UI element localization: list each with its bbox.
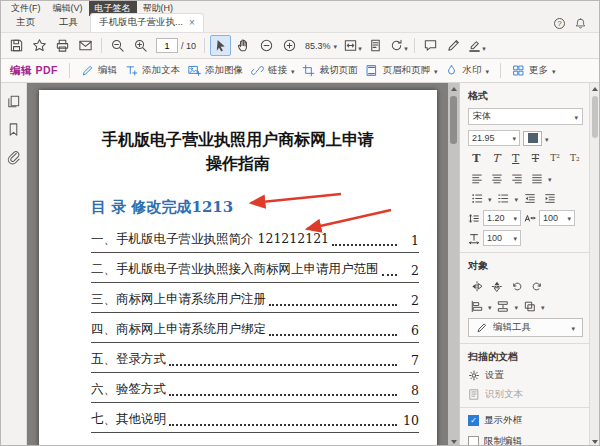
page-display-button[interactable]: [365, 35, 386, 56]
fit-width-button[interactable]: [342, 35, 363, 56]
toc-entry[interactable]: 二、手机版电子营业执照接入商标网上申请用户范围2: [91, 261, 419, 283]
toc-entry[interactable]: 三、商标网上申请系统用户注册2: [91, 291, 419, 313]
favorite-button[interactable]: [29, 35, 50, 56]
thumbnails-panel-button[interactable]: [6, 94, 21, 109]
pencil-annotation-button[interactable]: [443, 35, 464, 56]
align-objects-button[interactable]: [468, 298, 485, 314]
zoom-increase-button[interactable]: [279, 35, 300, 56]
bold-button[interactable]: [468, 150, 485, 166]
pdf-page[interactable]: 手机版电子营业执照用户商标网上申请 操作指南 目 录 修改完成1213 一、手机…: [39, 90, 437, 446]
indent-decrease-button[interactable]: [521, 190, 538, 206]
align-left-button[interactable]: [468, 170, 485, 186]
bullet-list-button[interactable]: [468, 190, 485, 206]
chevron-down-icon[interactable]: [488, 193, 492, 204]
more-button[interactable]: 更多: [512, 64, 556, 77]
line-spacing-select[interactable]: 1.20: [483, 210, 521, 226]
font-size-select[interactable]: 21.95: [468, 130, 520, 146]
underline-button[interactable]: [507, 150, 524, 166]
zoom-level-select[interactable]: 85.3%: [302, 39, 340, 53]
scroll-up-icon[interactable]: [589, 83, 599, 94]
crop-page-button[interactable]: 裁切页面: [302, 64, 357, 77]
notifications-bell-icon[interactable]: [574, 17, 587, 30]
chevron-down-icon[interactable]: [548, 173, 552, 184]
align-right-button[interactable]: [508, 170, 525, 186]
print-button[interactable]: [52, 35, 73, 56]
align-justify-button[interactable]: [528, 170, 545, 186]
watermark-icon: [445, 64, 458, 77]
tab-home[interactable]: 主页: [4, 14, 47, 32]
recognize-text-row[interactable]: 识别文本: [468, 388, 583, 401]
scrollbar-thumb[interactable]: [592, 96, 598, 138]
rotate-right-button[interactable]: [528, 278, 545, 294]
show-outline-row[interactable]: 显示外框: [468, 414, 583, 427]
strikethrough-button[interactable]: [527, 150, 544, 166]
add-image-button[interactable]: 添加图像: [188, 64, 243, 77]
toc-entry[interactable]: 五、登录方式7: [91, 351, 419, 373]
numbered-list-icon: [497, 192, 509, 205]
header-footer-button[interactable]: 页眉和页脚: [365, 64, 437, 77]
scrollbar-thumb[interactable]: [450, 96, 457, 144]
distribute-objects-button[interactable]: [495, 298, 512, 314]
help-icon[interactable]: [554, 18, 565, 29]
edit-tools-button[interactable]: 编辑工具: [468, 318, 583, 337]
scroll-down-icon[interactable]: [589, 436, 599, 446]
tab-tools[interactable]: 工具: [47, 14, 90, 32]
toc-entry[interactable]: 六、验签方式8: [91, 381, 419, 403]
flip-vertical-button[interactable]: [488, 278, 505, 294]
scroll-up-icon[interactable]: [448, 83, 459, 94]
select-tool-button[interactable]: [210, 35, 231, 56]
italic-button[interactable]: [488, 150, 505, 166]
document-scrollbar[interactable]: [448, 83, 459, 446]
watermark-button[interactable]: 水印: [445, 64, 489, 77]
document-tab[interactable]: 手机版电子营业执...: [90, 13, 204, 32]
hand-tool-button[interactable]: [233, 35, 254, 56]
scroll-down-icon[interactable]: [448, 436, 459, 446]
highlighter-button[interactable]: [466, 35, 487, 56]
chevron-down-icon: [513, 233, 517, 243]
zoom-in-tool-button[interactable]: [130, 35, 151, 56]
toc-entry[interactable]: 七、其他说明10: [91, 411, 419, 433]
text-color-swatch[interactable]: [523, 131, 542, 146]
save-button[interactable]: [6, 35, 27, 56]
zoom-out-tool-button[interactable]: [107, 35, 128, 56]
link-button[interactable]: 链接: [251, 64, 295, 77]
align-center-button[interactable]: [488, 170, 505, 186]
document-view[interactable]: 手机版电子营业执照用户商标网上申请 操作指南 目 录 修改完成1213 一、手机…: [27, 83, 459, 446]
subscript-button[interactable]: [566, 150, 583, 166]
char-spacing-select[interactable]: 100: [539, 210, 575, 226]
chevron-down-icon[interactable]: [541, 301, 545, 312]
arrange-objects-button[interactable]: [521, 298, 538, 314]
chevron-down-icon[interactable]: [515, 301, 519, 312]
horizontal-scale-select[interactable]: 100: [483, 230, 521, 246]
superscript-button[interactable]: [547, 150, 564, 166]
chevron-down-icon: [567, 213, 571, 223]
edit-button[interactable]: 编辑: [81, 64, 117, 77]
restrict-editing-row[interactable]: 限制编辑: [468, 435, 583, 446]
attachments-panel-button[interactable]: [6, 150, 21, 165]
numbered-list-button[interactable]: [495, 190, 512, 206]
toc-entry[interactable]: 一、手机版电子营业执照简介 1212121211: [91, 231, 419, 253]
add-text-button[interactable]: 添加文本: [125, 64, 180, 77]
chevron-down-icon[interactable]: [545, 133, 549, 144]
font-family-select[interactable]: 宋体: [468, 108, 583, 125]
close-icon[interactable]: [189, 17, 195, 28]
rotate-view-button[interactable]: [388, 35, 409, 56]
chevron-down-icon[interactable]: [488, 301, 492, 312]
page-number-input[interactable]: [156, 38, 178, 53]
show-outline-checkbox[interactable]: [468, 415, 479, 426]
document-title-line2: 操作指南: [39, 152, 437, 176]
panel-scrollbar[interactable]: [589, 83, 599, 446]
chevron-down-icon[interactable]: [515, 193, 519, 204]
email-button[interactable]: [75, 35, 96, 56]
indent-increase-button[interactable]: [541, 190, 558, 206]
scan-settings-row[interactable]: 设置: [468, 369, 583, 382]
comment-button[interactable]: [420, 35, 441, 56]
flip-horizontal-button[interactable]: [468, 278, 485, 294]
edit-tools-pencil-icon: [476, 321, 488, 334]
bookmarks-panel-button[interactable]: [6, 122, 21, 137]
zoom-decrease-button[interactable]: [256, 35, 277, 56]
font-size-value: 21.95: [472, 133, 495, 143]
toc-entry[interactable]: 四、商标网上申请系统用户绑定6: [91, 321, 419, 343]
restrict-editing-checkbox[interactable]: [468, 436, 479, 446]
rotate-left-button[interactable]: [508, 278, 525, 294]
